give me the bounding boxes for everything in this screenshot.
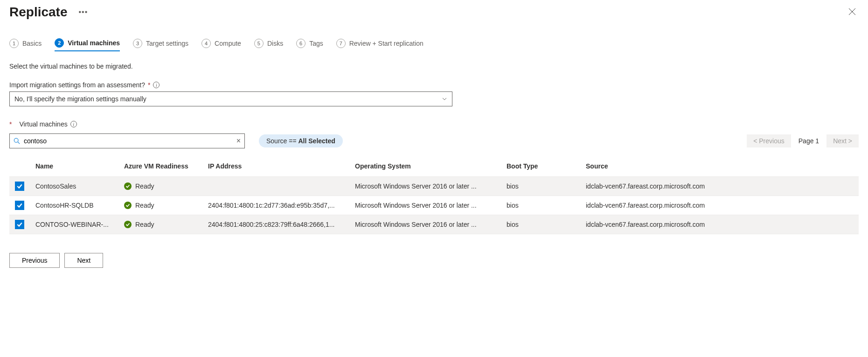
- cell-name: CONTOSO-WEBINAR-...: [30, 215, 118, 234]
- cell-name: ContosoSales: [30, 177, 118, 196]
- label-text: Import migration settings from an assess…: [9, 81, 145, 89]
- tab-num: 3: [133, 39, 142, 48]
- tab-label: Virtual machines: [68, 39, 120, 47]
- col-header-readiness[interactable]: Azure VM Readiness: [118, 158, 202, 177]
- check-icon: [16, 183, 23, 189]
- readiness-cell: Ready: [124, 182, 197, 190]
- search-icon: [14, 138, 20, 144]
- tab-num: 5: [254, 39, 264, 48]
- blade-header: Replicate •••: [9, 5, 859, 20]
- svg-point-2: [14, 138, 18, 142]
- search-box[interactable]: ×: [9, 133, 245, 148]
- tab-num: 1: [9, 39, 19, 48]
- tab-tags[interactable]: 6 Tags: [296, 38, 323, 51]
- success-icon: [124, 182, 132, 190]
- pill-prefix: Source ==: [266, 137, 299, 145]
- table-row[interactable]: CONTOSO-WEBINAR-... Ready 2404:f801:4800…: [9, 215, 859, 234]
- label-text: Virtual machines: [19, 120, 67, 128]
- readiness-cell: Ready: [124, 202, 197, 209]
- cell-os: Microsoft Windows Server 2016 or later .…: [349, 215, 501, 234]
- instruction-text: Select the virtual machines to be migrat…: [9, 63, 859, 70]
- wizard-footer: Previous Next: [9, 253, 859, 268]
- check-icon: [16, 221, 23, 228]
- tab-num: 4: [201, 39, 211, 48]
- col-header-check: [9, 158, 30, 177]
- tab-target-settings[interactable]: 3 Target settings: [133, 38, 188, 51]
- tab-virtual-machines[interactable]: 2 Virtual machines: [55, 38, 120, 51]
- col-header-name[interactable]: Name: [30, 158, 118, 177]
- check-icon: [16, 202, 23, 209]
- tab-label: Review + Start replication: [349, 40, 424, 47]
- pill-value: All Selected: [299, 137, 335, 145]
- source-filter-pill[interactable]: Source == All Selected: [259, 134, 343, 147]
- more-actions-button[interactable]: •••: [77, 6, 90, 18]
- cell-ip: 2404:f801:4800:1c:2d77:36ad:e95b:35d7,..…: [202, 196, 349, 215]
- cell-source: idclab-vcen67.fareast.corp.microsoft.com: [580, 177, 859, 196]
- cell-boot: bios: [501, 215, 580, 234]
- next-button[interactable]: Next: [64, 253, 103, 268]
- required-indicator: *: [148, 81, 150, 89]
- page-info: Page 1: [799, 137, 819, 145]
- cell-boot: bios: [501, 177, 580, 196]
- tab-label: Disks: [267, 40, 283, 47]
- close-button[interactable]: [846, 5, 859, 20]
- info-icon[interactable]: i: [153, 82, 160, 88]
- col-header-boot[interactable]: Boot Type: [501, 158, 580, 177]
- col-header-ip[interactable]: IP Address: [202, 158, 349, 177]
- close-icon: [848, 8, 856, 15]
- cell-ip: [202, 177, 349, 196]
- table-row[interactable]: ContosoHR-SQLDB Ready 2404:f801:4800:1c:…: [9, 196, 859, 215]
- cell-os: Microsoft Windows Server 2016 or later .…: [349, 177, 501, 196]
- svg-line-3: [18, 142, 20, 144]
- filter-left: × Source == All Selected: [9, 133, 343, 148]
- dropdown-value: No, I'll specify the migration settings …: [14, 95, 146, 103]
- filter-row: × Source == All Selected < Previous Page…: [9, 133, 859, 148]
- cell-ip: 2404:f801:4800:25:c823:79ff:6a48:2666,1.…: [202, 215, 349, 234]
- tab-num: 2: [55, 38, 64, 48]
- readiness-text: Ready: [135, 182, 154, 190]
- vm-table: Name Azure VM Readiness IP Address Opera…: [9, 158, 859, 234]
- col-header-os[interactable]: Operating System: [349, 158, 501, 177]
- import-settings-field: Import migration settings from an assess…: [9, 81, 859, 106]
- import-settings-dropdown[interactable]: No, I'll specify the migration settings …: [9, 91, 452, 106]
- col-header-source[interactable]: Source: [580, 158, 859, 177]
- success-icon: [124, 202, 132, 209]
- tab-disks[interactable]: 5 Disks: [254, 38, 283, 51]
- cell-source: idclab-vcen67.fareast.corp.microsoft.com: [580, 196, 859, 215]
- row-checkbox[interactable]: [15, 182, 24, 191]
- success-icon: [124, 221, 132, 228]
- readiness-text: Ready: [135, 202, 154, 209]
- search-input[interactable]: [23, 137, 234, 145]
- tab-num: 7: [336, 39, 346, 48]
- cell-name: ContosoHR-SQLDB: [30, 196, 118, 215]
- tab-label: Compute: [215, 40, 241, 47]
- row-checkbox[interactable]: [15, 220, 24, 229]
- readiness-cell: Ready: [124, 221, 197, 228]
- header-left: Replicate •••: [9, 5, 90, 20]
- pager: < Previous Page 1 Next >: [747, 134, 859, 147]
- cell-boot: bios: [501, 196, 580, 215]
- tab-label: Tags: [309, 40, 323, 47]
- required-indicator: *: [9, 120, 12, 128]
- wizard-tabs: 1 Basics 2 Virtual machines 3 Target set…: [9, 38, 859, 51]
- pager-next-button[interactable]: Next >: [826, 134, 859, 147]
- page-title: Replicate: [9, 5, 68, 20]
- chevron-down-icon: [442, 96, 447, 102]
- tab-compute[interactable]: 4 Compute: [201, 38, 241, 51]
- readiness-text: Ready: [135, 221, 154, 228]
- cell-os: Microsoft Windows Server 2016 or later .…: [349, 196, 501, 215]
- field-label: Import migration settings from an assess…: [9, 81, 859, 89]
- row-checkbox[interactable]: [15, 201, 24, 210]
- vm-section-label: * Virtual machines i: [9, 120, 859, 128]
- tab-review[interactable]: 7 Review + Start replication: [336, 38, 424, 51]
- previous-button[interactable]: Previous: [9, 253, 60, 268]
- tab-basics[interactable]: 1 Basics: [9, 38, 42, 51]
- tab-num: 6: [296, 39, 306, 48]
- table-row[interactable]: ContosoSales Ready Microsoft Windows Ser…: [9, 177, 859, 196]
- clear-search-button[interactable]: ×: [236, 137, 241, 145]
- info-icon[interactable]: i: [70, 121, 77, 127]
- pager-prev-button[interactable]: < Previous: [747, 134, 791, 147]
- tab-label: Target settings: [146, 40, 188, 47]
- tab-label: Basics: [22, 40, 42, 47]
- cell-source: idclab-vcen67.fareast.corp.microsoft.com: [580, 215, 859, 234]
